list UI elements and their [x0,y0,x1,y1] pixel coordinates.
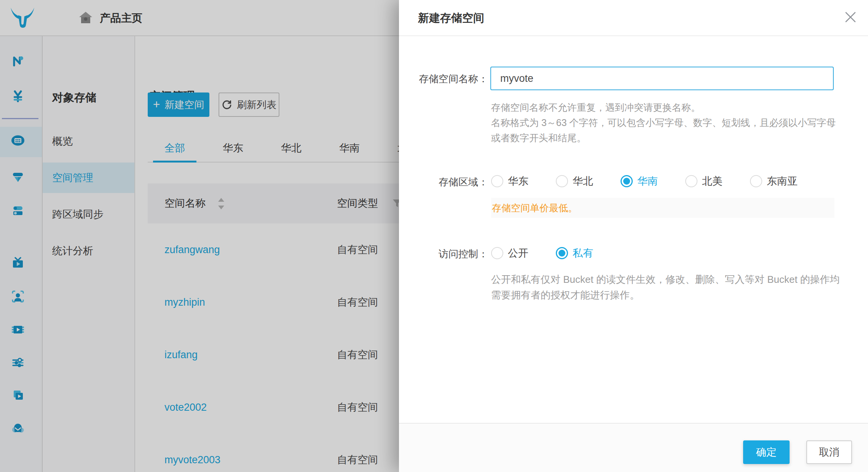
access-label: 访问控制： [399,247,488,261]
region-radio-group: 华东 华北 华南 北美 东南亚 [491,174,815,188]
bucket-name-label: 存储空间名称： [399,72,488,86]
radio-checked-icon[interactable] [621,175,633,187]
region-price-note: 存储空间单价最低。 [491,198,834,218]
radio-icon[interactable] [685,175,697,187]
region-option-huanan[interactable]: 华南 [621,174,685,188]
access-help: 公开和私有仅对 Bucket 的读文件生效，修改、删除、写入等对 Bucket … [491,272,841,303]
radio-icon[interactable] [491,175,503,187]
bucket-name-help-line2: 名称格式为 3～63 个字符，可以包含小写字母、数字、短划线，且必须以小写字母或… [491,115,838,145]
modal-title: 新建存储空间 [418,0,484,36]
create-bucket-modal: 新建存储空间 存储空间名称： 存储空间名称不允许重复，遇到冲突请更换名称。 名称… [399,0,868,472]
close-icon[interactable] [843,10,858,25]
access-option-public[interactable]: 公开 [491,246,556,260]
bucket-name-input[interactable] [490,67,834,90]
modal-footer: 确定 取消 [399,423,868,472]
confirm-button[interactable]: 确定 [743,440,790,464]
access-radio-group: 公开 私有 [491,246,621,260]
radio-icon[interactable] [750,175,762,187]
bucket-name-help-line1: 存储空间名称不允许重复，遇到冲突请更换名称。 [491,100,838,115]
radio-checked-icon[interactable] [556,247,568,259]
region-option-huadong[interactable]: 华东 [491,174,556,188]
radio-icon[interactable] [491,247,503,259]
region-option-dongnanya[interactable]: 东南亚 [750,174,815,188]
cancel-button[interactable]: 取消 [806,440,852,464]
access-option-private[interactable]: 私有 [556,246,621,260]
bucket-name-help: 存储空间名称不允许重复，遇到冲突请更换名称。 名称格式为 3～63 个字符，可以… [491,100,838,145]
region-label: 存储区域： [399,175,488,189]
screen: 产品主页 [0,0,868,472]
region-option-huabei[interactable]: 华北 [556,174,621,188]
region-option-beimei[interactable]: 北美 [685,174,750,188]
modal-header: 新建存储空间 [399,0,868,36]
radio-icon[interactable] [556,175,568,187]
